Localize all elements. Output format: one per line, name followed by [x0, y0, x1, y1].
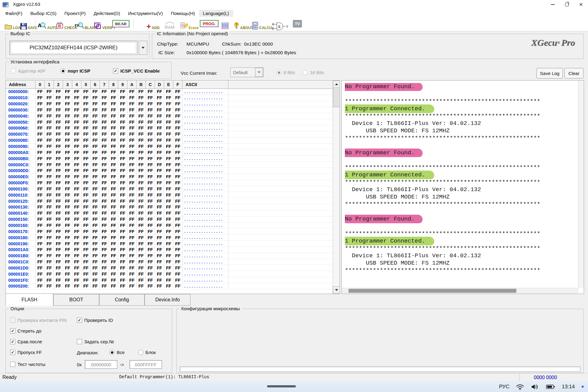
serial-number-checkbox[interactable]: Задать сер.№: [77, 339, 114, 344]
hex-byte-cell[interactable]: FF: [45, 131, 54, 138]
hex-byte-cell[interactable]: FF: [54, 259, 63, 265]
hex-byte-cell[interactable]: FF: [109, 283, 118, 289]
ic-select-dropdown-button[interactable]: [139, 41, 147, 55]
hex-byte-cell[interactable]: FF: [72, 277, 81, 283]
hex-ascii-cell[interactable]: ................: [183, 223, 228, 229]
hex-byte-cell[interactable]: FF: [173, 138, 183, 144]
hex-byte-cell[interactable]: FF: [91, 217, 100, 223]
hex-byte-cell[interactable]: FF: [45, 192, 54, 198]
hex-byte-cell[interactable]: FF: [81, 204, 91, 210]
hex-byte-cell[interactable]: FF: [63, 277, 72, 283]
hex-byte-cell[interactable]: FF: [146, 149, 155, 156]
keyboard-language-indicator[interactable]: РУС: [499, 384, 509, 390]
hex-byte-cell[interactable]: FF: [137, 138, 146, 144]
hex-byte-cell[interactable]: FF: [127, 89, 137, 95]
range-from-input[interactable]: [85, 360, 117, 369]
log-horizontal-scrollbar[interactable]: [342, 288, 579, 294]
range-block-radio[interactable]: Блок: [138, 350, 156, 355]
hex-byte-cell[interactable]: FF: [91, 265, 100, 271]
hex-byte-cell[interactable]: FF: [137, 149, 146, 156]
tab-boot[interactable]: BOOT: [53, 294, 99, 306]
hex-byte-cell[interactable]: FF: [45, 217, 54, 223]
hex-byte-cell[interactable]: FF: [72, 204, 81, 210]
hex-byte-cell[interactable]: FF: [155, 283, 164, 289]
hex-byte-cell[interactable]: FF: [100, 144, 109, 150]
hex-byte-cell[interactable]: FF: [155, 259, 164, 265]
hex-byte-cell[interactable]: FF: [137, 89, 146, 95]
hex-ascii-cell[interactable]: ................: [183, 210, 228, 217]
hex-byte-cell[interactable]: FF: [72, 217, 81, 223]
hex-byte-cell[interactable]: FF: [173, 162, 183, 168]
hex-byte-cell[interactable]: FF: [54, 162, 63, 168]
hex-byte-cell[interactable]: FF: [45, 241, 54, 247]
hex-byte-cell[interactable]: FF: [146, 119, 155, 125]
hex-byte-cell[interactable]: FF: [109, 186, 118, 192]
hex-byte-cell[interactable]: FF: [81, 149, 91, 156]
hex-byte-cell[interactable]: FF: [109, 247, 118, 253]
menu-tools[interactable]: Инструменты(V): [124, 10, 167, 17]
hex-byte-cell[interactable]: FF: [109, 162, 118, 168]
hex-byte-cell[interactable]: FF: [63, 235, 72, 241]
hex-byte-cell[interactable]: FF: [173, 101, 183, 107]
tab-flash[interactable]: FLASH: [6, 293, 53, 306]
hex-byte-cell[interactable]: FF: [100, 138, 109, 144]
hex-byte-cell[interactable]: FF: [63, 217, 72, 223]
hex-byte-cell[interactable]: FF: [100, 186, 109, 192]
hex-byte-cell[interactable]: FF: [118, 277, 127, 283]
hex-byte-cell[interactable]: FF: [173, 223, 183, 229]
hex-byte-cell[interactable]: FF: [54, 186, 63, 192]
hex-byte-cell[interactable]: FF: [36, 259, 45, 265]
hex-byte-cell[interactable]: FF: [63, 156, 72, 162]
hex-ascii-cell[interactable]: ................: [183, 192, 228, 198]
hex-byte-cell[interactable]: FF: [45, 95, 54, 101]
hex-byte-cell[interactable]: FF: [173, 192, 183, 198]
hex-byte-cell[interactable]: FF: [54, 174, 63, 180]
hex-byte-cell[interactable]: FF: [164, 138, 173, 144]
check-id-button[interactable]: ID CHECK: [56, 18, 77, 30]
check-id-checkbox[interactable]: Проверять ID: [77, 318, 113, 323]
hex-byte-cell[interactable]: FF: [127, 223, 137, 229]
hex-byte-cell[interactable]: FF: [72, 186, 81, 192]
hex-byte-cell[interactable]: FF: [54, 271, 63, 277]
hex-byte-cell[interactable]: FF: [137, 113, 146, 119]
hex-byte-cell[interactable]: FF: [164, 89, 173, 95]
hex-byte-cell[interactable]: FF: [137, 174, 146, 180]
hex-byte-cell[interactable]: FF: [72, 156, 81, 162]
hex-byte-cell[interactable]: FF: [146, 228, 155, 235]
hex-byte-cell[interactable]: FF: [109, 125, 118, 131]
hex-byte-cell[interactable]: FF: [91, 223, 100, 229]
hex-byte-cell[interactable]: FF: [173, 253, 183, 259]
hex-byte-cell[interactable]: FF: [91, 131, 100, 138]
erase-button[interactable]: Erase: [180, 18, 199, 30]
hex-byte-cell[interactable]: FF: [164, 162, 173, 168]
hex-byte-cell[interactable]: FF: [63, 119, 72, 125]
hex-byte-cell[interactable]: FF: [100, 125, 109, 131]
hex-byte-cell[interactable]: FF: [72, 228, 81, 235]
hex-byte-cell[interactable]: FF: [137, 283, 146, 289]
hex-byte-cell[interactable]: FF: [100, 89, 109, 95]
hex-byte-cell[interactable]: FF: [36, 198, 45, 204]
ic-socket-button[interactable]: [221, 18, 229, 30]
hex-byte-cell[interactable]: FF: [173, 89, 183, 95]
hex-byte-cell[interactable]: FF: [118, 192, 127, 198]
hex-ascii-cell[interactable]: ................: [183, 89, 228, 95]
hex-byte-cell[interactable]: FF: [164, 265, 173, 271]
hex-byte-cell[interactable]: FF: [54, 113, 63, 119]
hex-byte-cell[interactable]: FF: [100, 180, 109, 186]
hex-byte-cell[interactable]: FF: [164, 125, 173, 131]
hex-byte-cell[interactable]: FF: [91, 107, 100, 113]
hex-byte-cell[interactable]: FF: [173, 107, 183, 113]
scroll-up-button[interactable]: [333, 81, 340, 88]
hex-byte-cell[interactable]: FF: [155, 192, 164, 198]
hex-byte-cell[interactable]: FF: [81, 131, 91, 138]
hex-ascii-cell[interactable]: ................: [183, 186, 228, 192]
hex-byte-cell[interactable]: FF: [127, 235, 137, 241]
menu-actions[interactable]: Действия(D): [90, 10, 124, 17]
hex-byte-cell[interactable]: FF: [36, 95, 45, 101]
hex-byte-cell[interactable]: FF: [63, 283, 72, 289]
hex-byte-cell[interactable]: FF: [81, 113, 91, 119]
hex-byte-cell[interactable]: FF: [54, 119, 63, 125]
hex-byte-cell[interactable]: FF: [36, 162, 45, 168]
hex-byte-cell[interactable]: FF: [146, 283, 155, 289]
hex-byte-cell[interactable]: FF: [164, 277, 173, 283]
